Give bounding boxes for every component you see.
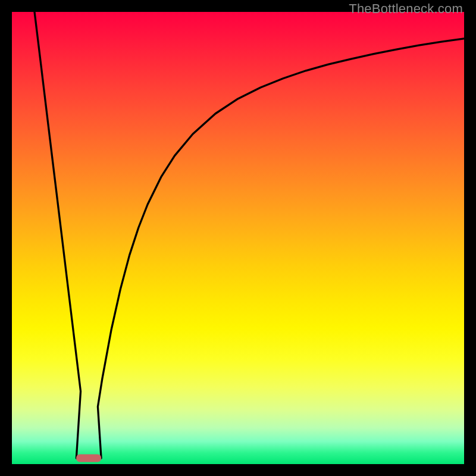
plot-area xyxy=(12,12,464,464)
chart-frame: TheBottleneck.com xyxy=(0,0,476,476)
gradient-background xyxy=(12,12,464,464)
